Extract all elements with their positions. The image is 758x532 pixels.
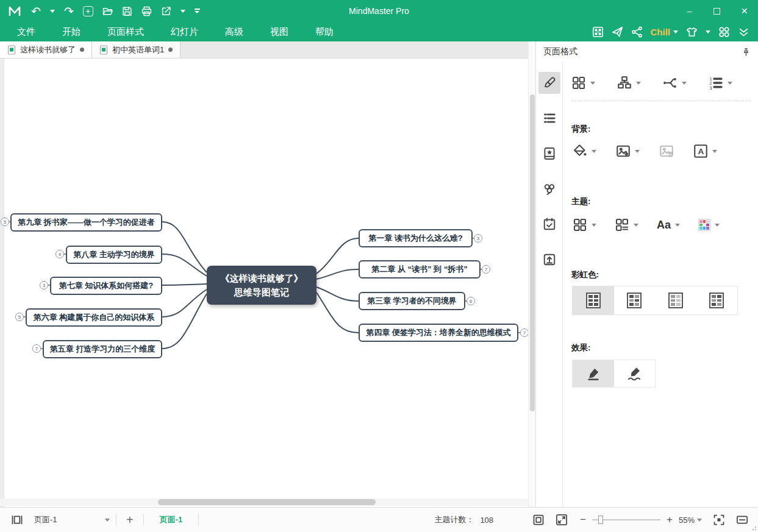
rainbow-option-3[interactable] xyxy=(655,286,696,314)
watermark-button[interactable]: A xyxy=(693,144,717,158)
collapse-badge-ch5[interactable]: 7 xyxy=(32,344,41,353)
effect-option-normal[interactable] xyxy=(573,360,614,387)
topic-node-ch4[interactable]: 第四章 便签学习法：培养全新的思维模式 xyxy=(359,324,518,342)
rainbow-option-4[interactable] xyxy=(696,286,738,314)
menu-file[interactable]: 文件 xyxy=(8,26,45,38)
fit-width-icon[interactable] xyxy=(736,514,748,526)
topic-node-ch7[interactable]: 第七章 知识体系如何搭建? xyxy=(50,277,162,295)
redo-button[interactable]: ↷ xyxy=(64,5,74,17)
tab-outline[interactable] xyxy=(538,107,560,129)
doc-tab-label: 初中英语单词1 xyxy=(112,44,164,55)
horizontal-scrollbar-thumb[interactable] xyxy=(158,499,376,505)
topic-node-ch8[interactable]: 第八章 主动学习的境界 xyxy=(66,246,162,264)
collapse-badge-ch2[interactable]: 7 xyxy=(482,265,490,274)
layout-style-button[interactable] xyxy=(571,76,595,90)
apps-icon[interactable] xyxy=(718,26,730,38)
customize-toolbar-button[interactable] xyxy=(195,9,200,13)
undo-dropdown-caret[interactable] xyxy=(50,10,55,13)
menu-view[interactable]: 视图 xyxy=(261,26,298,38)
send-icon[interactable] xyxy=(612,26,623,38)
tab-page-format[interactable] xyxy=(538,72,560,94)
topic-node-ch6[interactable]: 第六章 构建属于你自己的知识体系 xyxy=(26,308,162,327)
save-button[interactable] xyxy=(122,6,132,16)
menu-advanced[interactable]: 高级 xyxy=(216,26,252,38)
zoom-slider-handle[interactable] xyxy=(598,516,603,524)
org-chart-icon xyxy=(617,76,632,90)
connector-style-button[interactable] xyxy=(663,76,687,90)
topic-node-ch9[interactable]: 第九章 拆书家——做一个学习的促进者 xyxy=(10,213,162,232)
horizontal-scrollbar[interactable] xyxy=(0,498,528,506)
zoom-in-button[interactable]: + xyxy=(667,514,673,526)
fit-page-icon[interactable] xyxy=(532,514,545,526)
background-image-button[interactable] xyxy=(616,144,640,158)
focus-center-icon[interactable] xyxy=(713,514,725,526)
topic-node-ch1[interactable]: 第一章 读书为什么这么难? xyxy=(359,229,473,247)
structure-button[interactable] xyxy=(617,76,641,90)
topic-node-ch2[interactable]: 第二章 从 “读书” 到 “拆书” xyxy=(359,260,481,278)
tab-upload[interactable] xyxy=(538,249,560,271)
theme-font-button[interactable]: Aa xyxy=(657,219,680,230)
numbering-button[interactable]: 123 xyxy=(709,76,732,90)
topic-node-ch3[interactable]: 第三章 学习者的不同境界 xyxy=(359,292,465,310)
rainbow-option-2[interactable] xyxy=(614,286,656,314)
mindmap-canvas[interactable]: 《这样读书就够了》 思维导图笔记 第一章 读书为什么这么难? 第二章 从 “读书… xyxy=(0,59,528,507)
maximize-button[interactable] xyxy=(703,2,731,20)
undo-button[interactable]: ↶ xyxy=(31,5,41,17)
tab-task[interactable] xyxy=(538,213,560,235)
active-page-tab[interactable]: 页面-1 xyxy=(150,514,193,525)
zoom-slider[interactable] xyxy=(592,519,660,520)
theme-color-button[interactable] xyxy=(698,219,720,231)
title-bar: ↶ ↷ + MindMaster Pro – ✕ xyxy=(0,0,758,22)
add-page-button[interactable]: + xyxy=(123,514,137,526)
collapse-badge-ch4[interactable]: 7 xyxy=(520,328,528,337)
tshirt-dropdown-caret[interactable] xyxy=(706,30,710,34)
open-file-button[interactable] xyxy=(102,6,113,16)
background-fill-button[interactable] xyxy=(573,144,596,158)
pin-panel-icon[interactable] xyxy=(742,48,751,57)
rainbow-option-1[interactable] xyxy=(573,286,614,314)
topic-node-ch5[interactable]: 第五章 打造学习力的三个维度 xyxy=(43,340,162,358)
theme-gallery-button[interactable] xyxy=(573,218,596,232)
doc-tab-1[interactable]: 这样读书就够了 xyxy=(0,41,92,58)
collapse-badge-ch8[interactable]: 4 xyxy=(55,250,64,258)
collapse-badge-ch7[interactable]: 3 xyxy=(40,281,48,289)
collapse-badge-ch3[interactable]: 6 xyxy=(467,297,475,305)
tshirt-skin-icon[interactable] xyxy=(686,26,698,38)
doc-tab-2[interactable]: 初中英语单词1 xyxy=(92,41,181,58)
vertical-scrollbar-thumb[interactable] xyxy=(530,94,535,411)
menu-page-style[interactable]: 页面样式 xyxy=(98,26,153,38)
central-topic[interactable]: 《这样读书就够了》 思维导图笔记 xyxy=(207,266,316,305)
chill-account-button[interactable]: Chill xyxy=(651,27,679,37)
tab-clipart[interactable] xyxy=(538,178,560,200)
rainbow-section-label: 彩虹色: xyxy=(571,269,599,280)
page-select-caret xyxy=(105,519,110,522)
collapse-ribbon-icon[interactable] xyxy=(738,26,749,38)
collapse-badge-ch1[interactable]: 3 xyxy=(474,234,482,243)
print-button[interactable] xyxy=(141,6,152,16)
tab-mark[interactable] xyxy=(538,143,560,165)
background-image-remove-button[interactable] xyxy=(659,144,674,158)
new-file-button[interactable]: + xyxy=(83,6,93,16)
minimize-button[interactable]: – xyxy=(676,2,703,20)
export-dropdown-caret[interactable] xyxy=(181,10,185,13)
fullscreen-icon[interactable] xyxy=(556,514,568,526)
page-select-dropdown[interactable]: 页面-1 xyxy=(29,514,110,525)
menu-home[interactable]: 开始 xyxy=(53,26,90,38)
zoom-dropdown-caret[interactable] xyxy=(697,519,702,522)
export-button[interactable] xyxy=(161,6,171,16)
collapse-badge-ch9[interactable]: 5 xyxy=(1,218,9,226)
pages-overview-icon[interactable] xyxy=(11,514,23,526)
share-icon[interactable] xyxy=(631,26,643,38)
collapse-badge-ch6[interactable]: 5 xyxy=(15,313,24,321)
menu-help[interactable]: 帮助 xyxy=(306,26,343,38)
book-star-icon xyxy=(543,147,556,160)
bullet-list-icon xyxy=(543,112,556,125)
vertical-scrollbar[interactable] xyxy=(528,41,535,507)
close-button[interactable]: ✕ xyxy=(731,2,758,20)
effect-option-sketch[interactable] xyxy=(614,360,656,387)
menu-slideshow[interactable]: 幻灯片 xyxy=(162,26,207,38)
fullscreen-mode-icon[interactable] xyxy=(592,26,604,38)
resize-grip[interactable] xyxy=(751,525,756,530)
theme-layout-button[interactable] xyxy=(615,218,638,232)
zoom-out-button[interactable]: − xyxy=(580,514,586,526)
